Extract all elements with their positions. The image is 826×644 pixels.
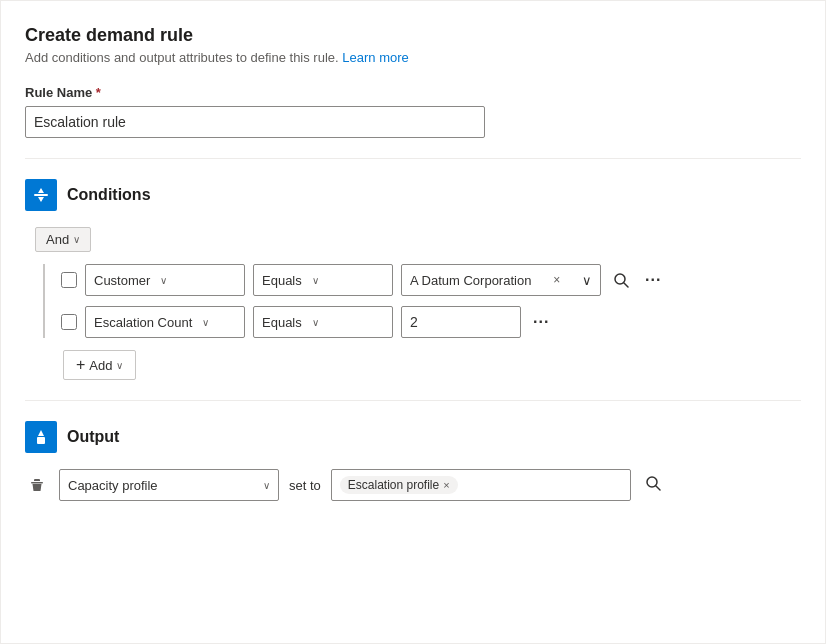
add-condition-button[interactable]: + Add ∨ — [63, 350, 136, 380]
condition-1-field-dropdown[interactable]: Customer ∨ — [85, 264, 245, 296]
page-header: Create demand rule Add conditions and ou… — [25, 25, 801, 65]
conditions-section-header: Conditions — [25, 179, 801, 211]
svg-line-2 — [624, 283, 628, 287]
output-value-chip-close-icon[interactable]: × — [443, 479, 449, 491]
add-plus-icon: + — [76, 356, 85, 374]
and-dropdown[interactable]: And ∨ — [35, 227, 91, 252]
condition-row-1: Customer ∨ Equals ∨ A Datum Corporation … — [61, 264, 801, 296]
output-row-1: Capacity profile ∨ set to Escalation pro… — [25, 469, 801, 501]
svg-rect-0 — [34, 194, 48, 196]
condition-2-operator-dropdown[interactable]: Equals ∨ — [253, 306, 393, 338]
field-1-chevron-icon: ∨ — [160, 275, 167, 286]
condition-rows: Customer ∨ Equals ∨ A Datum Corporation … — [43, 264, 801, 338]
condition-2-value-input[interactable] — [401, 306, 521, 338]
rule-name-input[interactable] — [25, 106, 485, 138]
output-field-chevron-icon: ∨ — [263, 480, 270, 491]
condition-1-value-dropdown[interactable]: A Datum Corporation × ∨ — [401, 264, 601, 296]
required-indicator: * — [96, 85, 101, 100]
output-delete-button[interactable] — [25, 473, 49, 497]
condition-2-field-dropdown[interactable]: Escalation Count ∨ — [85, 306, 245, 338]
conditions-icon — [25, 179, 57, 211]
condition-1-operator-dropdown[interactable]: Equals ∨ — [253, 264, 393, 296]
condition-1-value-chevron-icon: ∨ — [582, 273, 592, 288]
conditions-title: Conditions — [67, 186, 151, 204]
conditions-area: And ∨ Customer ∨ Equals ∨ A Datum Corpor… — [25, 227, 801, 380]
output-section-header: Output — [25, 421, 801, 453]
output-icon — [25, 421, 57, 453]
output-value-container[interactable]: Escalation profile × — [331, 469, 631, 501]
condition-1-search-button[interactable] — [609, 268, 633, 292]
and-chevron-icon: ∨ — [73, 234, 80, 245]
condition-2-checkbox[interactable] — [61, 314, 77, 330]
operator-2-chevron-icon: ∨ — [312, 317, 319, 328]
output-value-chip: Escalation profile × — [340, 476, 458, 494]
condition-row-2: Escalation Count ∨ Equals ∨ ··· — [61, 306, 801, 338]
rule-name-label: Rule Name * — [25, 85, 801, 100]
condition-1-checkbox[interactable] — [61, 272, 77, 288]
svg-rect-4 — [31, 482, 43, 484]
svg-line-6 — [656, 486, 660, 490]
output-section: Output Capacity profile ∨ set to Escalat… — [25, 421, 801, 501]
condition-2-more-button[interactable]: ··· — [529, 309, 553, 335]
output-field-dropdown[interactable]: Capacity profile ∨ — [59, 469, 279, 501]
page-subtitle: Add conditions and output attributes to … — [25, 50, 801, 65]
operator-1-chevron-icon: ∨ — [312, 275, 319, 286]
add-chevron-icon: ∨ — [116, 360, 123, 371]
divider-2 — [25, 400, 801, 401]
svg-rect-3 — [37, 437, 45, 444]
learn-more-link[interactable]: Learn more — [342, 50, 408, 65]
field-2-chevron-icon: ∨ — [202, 317, 209, 328]
page-title: Create demand rule — [25, 25, 801, 46]
condition-1-value-clear-icon[interactable]: × — [553, 273, 560, 287]
set-to-label: set to — [289, 478, 321, 493]
divider-1 — [25, 158, 801, 159]
rule-name-section: Rule Name * — [25, 85, 801, 138]
output-search-button[interactable] — [641, 471, 665, 499]
condition-1-more-button[interactable]: ··· — [641, 267, 665, 293]
output-title: Output — [67, 428, 119, 446]
